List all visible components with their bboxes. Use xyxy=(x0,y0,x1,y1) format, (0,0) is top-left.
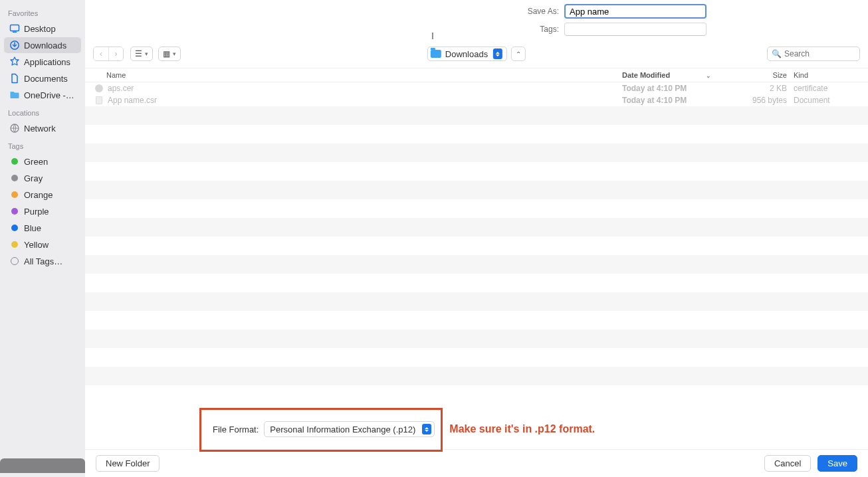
location-popup[interactable]: Downloads xyxy=(427,47,507,61)
sidebar-item[interactable]: Green xyxy=(4,153,81,169)
file-size: 2 KB xyxy=(735,84,794,93)
save-as-label: Save As: xyxy=(247,7,559,16)
download-icon xyxy=(9,40,20,50)
file-name: aps.cer xyxy=(108,84,622,93)
chevron-left-icon: ‹ xyxy=(100,49,102,58)
tag-dot-icon xyxy=(9,156,20,167)
sidebar-section-title: Favorites xyxy=(0,4,85,20)
sidebar-item[interactable]: Orange xyxy=(4,187,81,203)
sort-desc-icon: ⌄ xyxy=(706,72,711,79)
folder-icon xyxy=(9,90,20,100)
sidebar-item-label: All Tags… xyxy=(24,256,62,266)
sidebar-item[interactable]: Purple xyxy=(4,203,81,219)
empty-row xyxy=(85,330,868,348)
empty-row xyxy=(85,199,868,218)
tag-dot-icon xyxy=(9,239,20,250)
updown-icon xyxy=(422,424,431,434)
save-as-input[interactable] xyxy=(564,4,706,19)
sidebar-item-label: Downloads xyxy=(24,41,66,50)
sidebar-section-title: Tags xyxy=(0,137,85,153)
empty-row xyxy=(85,143,868,162)
icon-view-button[interactable]: ▦▾ xyxy=(158,47,181,61)
sidebar-item[interactable]: Gray xyxy=(4,170,81,186)
list-view-button[interactable]: ☰▾ xyxy=(130,47,153,61)
apps-icon xyxy=(9,56,20,67)
sidebar-item[interactable]: Desktop xyxy=(4,21,81,37)
tags-input[interactable] xyxy=(564,23,706,36)
desktop-icon xyxy=(9,23,20,34)
empty-row xyxy=(85,292,868,311)
sidebar-item-label: OneDrive -… xyxy=(24,90,74,100)
search-icon: 🔍 xyxy=(772,49,782,58)
svg-rect-1 xyxy=(13,32,17,33)
nav-forward-button[interactable]: › xyxy=(108,47,123,60)
column-name[interactable]: Name xyxy=(106,71,622,79)
file-format-value: Personal Information Exchange (.p12) xyxy=(270,425,415,434)
empty-row xyxy=(85,237,868,255)
sidebar-item-label: Blue xyxy=(24,223,41,233)
empty-row xyxy=(85,385,868,404)
sidebar-section-title: Locations xyxy=(0,104,85,120)
empty-row xyxy=(85,367,868,385)
tag-dot-icon xyxy=(9,173,20,183)
file-date: Today at 4:10 PM xyxy=(622,84,735,93)
globe-icon xyxy=(9,123,20,134)
sidebar-item-label: Network xyxy=(24,124,56,134)
svg-rect-0 xyxy=(11,25,19,31)
sidebar-item[interactable]: OneDrive -… xyxy=(4,87,81,103)
tag-dot-icon xyxy=(9,189,20,200)
sidebar-item-label: Purple xyxy=(24,207,49,217)
empty-row xyxy=(85,162,868,181)
list-view-icon: ☰ xyxy=(135,49,142,58)
annotation-text: Make sure it's in .p12 format. xyxy=(449,423,595,435)
collapse-button[interactable]: ⌃ xyxy=(511,47,526,61)
empty-row xyxy=(85,218,868,237)
empty-row xyxy=(85,348,868,367)
grid-view-icon: ▦ xyxy=(163,49,170,58)
certificate-icon xyxy=(94,84,104,92)
new-folder-button[interactable]: New Folder xyxy=(96,455,160,472)
sidebar-item-label: Orange xyxy=(24,190,53,200)
cancel-button[interactable]: Cancel xyxy=(764,455,811,472)
sidebar: FavoritesDesktopDownloadsApplicationsDoc… xyxy=(0,0,85,477)
chevron-right-icon: › xyxy=(115,49,118,58)
location-label: Downloads xyxy=(445,49,488,59)
empty-row xyxy=(85,106,868,125)
column-kind[interactable]: Kind xyxy=(794,71,860,79)
sidebar-item[interactable]: Downloads xyxy=(4,37,81,53)
tags-label: Tags: xyxy=(247,25,559,34)
file-format-label: File Format: xyxy=(213,425,259,434)
file-row[interactable]: App name.csrToday at 4:10 PM956 bytesDoc… xyxy=(85,94,868,106)
sidebar-item[interactable]: All Tags… xyxy=(4,253,81,269)
sidebar-item-label: Green xyxy=(24,157,48,167)
search-input[interactable] xyxy=(784,49,855,58)
sidebar-item[interactable]: Applications xyxy=(4,54,81,70)
file-kind: certificate xyxy=(794,84,860,93)
chevron-down-icon: ▾ xyxy=(173,50,176,57)
column-date-modified[interactable]: Date Modified⌄ xyxy=(622,71,735,79)
search-field[interactable]: 🔍 xyxy=(767,47,860,61)
main-panel: Save As: Tags: I ‹ › ☰▾ ▦▾ xyxy=(85,0,868,477)
chevron-up-icon: ⌃ xyxy=(516,50,521,58)
sidebar-item[interactable]: Network xyxy=(4,120,81,136)
file-format-select[interactable]: Personal Information Exchange (.p12) xyxy=(264,421,435,437)
sidebar-item-label: Desktop xyxy=(24,24,56,34)
empty-row xyxy=(85,181,868,199)
file-kind: Document xyxy=(794,96,860,105)
column-size[interactable]: Size xyxy=(735,71,794,79)
list-header: Name Date Modified⌄ Size Kind xyxy=(85,68,868,82)
file-row[interactable]: aps.cerToday at 4:10 PM2 KBcertificate xyxy=(85,82,868,94)
sidebar-item[interactable]: Documents xyxy=(4,70,81,86)
sidebar-item-label: Gray xyxy=(24,173,43,183)
document-icon xyxy=(94,96,104,104)
nav-back-button[interactable]: ‹ xyxy=(94,47,108,60)
empty-row xyxy=(85,274,868,292)
save-button[interactable]: Save xyxy=(817,455,857,472)
dock-shadow xyxy=(0,458,85,473)
empty-row xyxy=(85,311,868,330)
sidebar-item[interactable]: Blue xyxy=(4,220,81,236)
sidebar-item-label: Documents xyxy=(24,74,68,84)
sidebar-item[interactable]: Yellow xyxy=(4,237,81,252)
chevron-down-icon: ▾ xyxy=(145,50,148,57)
file-date: Today at 4:10 PM xyxy=(622,96,735,105)
